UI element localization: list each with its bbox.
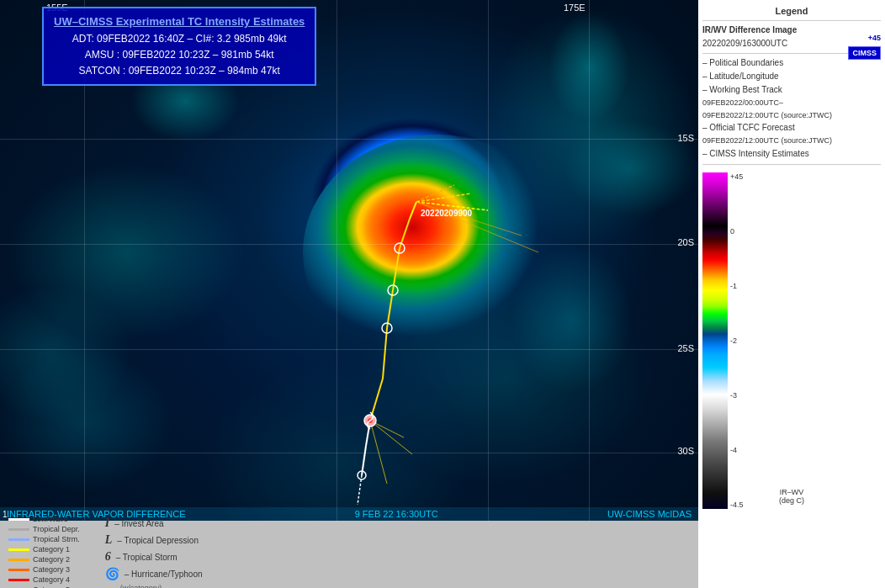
cimss-logo: CIMSS: [848, 46, 881, 60]
scale-neg3: -3: [730, 391, 744, 400]
panel-item-2: – Working Best Track: [702, 83, 881, 97]
grid-h-30s: [0, 453, 698, 453]
amsu-line: AMSU : 09FEB2022 10:23Z – 981mb 54kt: [54, 47, 305, 63]
cat1-line: [8, 548, 29, 551]
cat4-label: Category 4: [33, 575, 70, 584]
panel-item-6: 09FEB2022/12:00UTC (source:JTWC): [702, 135, 881, 147]
map-area: 15S 20S 25S 30S 155E 175E: [0, 0, 698, 588]
cat4-line: [8, 579, 29, 581]
status-center: 9 FEB 22 16:30UTC: [355, 509, 438, 519]
grid-v-170e: [488, 0, 489, 588]
lat-label-30s: 30S: [677, 446, 694, 456]
invest-label: – Invest Area: [114, 519, 163, 528]
scale-neg1: -1: [730, 282, 744, 290]
scale-unit: IR–WV(deg C): [702, 488, 881, 505]
hurricane-item: 🌀 – Hurricane/Typhoon: [105, 567, 203, 580]
tropical-depression-item: L – Tropical Depression: [105, 533, 203, 547]
cat1-label: Category 1: [33, 545, 70, 554]
track-cat1: Category 1: [8, 545, 80, 554]
lat-label-15s: 15S: [677, 133, 694, 143]
grid-v-165e: [337, 0, 337, 588]
cat3-label: Category 3: [33, 565, 70, 574]
panel-item-3: 09FEB2022/00:00UTC–: [702, 97, 881, 109]
cat2-label: Category 2: [33, 555, 70, 564]
track-cat4: Category 4: [8, 575, 80, 584]
lon-label-175e: 175E: [564, 3, 586, 13]
cat2-line: [8, 559, 29, 561]
storm-spiral: [303, 135, 572, 370]
td-symbol: L: [105, 533, 113, 547]
track-legend: Low/Wave Tropical Depr. Tropical Strm. C…: [8, 515, 80, 588]
invest-symbol: I: [105, 516, 109, 530]
tropical-strm-label: Tropical Strm.: [33, 535, 80, 543]
adt-line: ADT: 09FEB2022 16:40Z – CI#: 3.2 985mb 4…: [54, 31, 305, 47]
cat3-line: [8, 569, 29, 571]
legend-title: Legend: [702, 4, 881, 18]
info-title: UW–CIMSS Experimental TC Intensity Estim…: [54, 13, 305, 31]
track-low-wave: Low/Wave: [8, 515, 80, 523]
tropical-depr-line: [8, 528, 29, 531]
track-cat2: Category 2: [8, 555, 80, 564]
track-cat3: Category 3: [8, 565, 80, 574]
category-note: (w/category): [105, 584, 203, 588]
status-right: UW-CIMSS McIDAS: [607, 509, 692, 519]
lat-label-25s: 25S: [677, 343, 694, 353]
grid-h-15s: [0, 139, 698, 140]
hurricane-symbol: 🌀: [105, 567, 119, 580]
td-label: – Tropical Depression: [117, 536, 199, 545]
storm-id-label: 20220209900: [421, 209, 472, 218]
color-scale-container: +45 0 -1 -2 -3 -4 -4.5: [702, 172, 881, 509]
plus45-label: +45: [868, 34, 881, 42]
panel-item-5: – Official TCFC Forecast: [702, 121, 881, 135]
main-container: 15S 20S 25S 30S 155E 175E: [0, 0, 885, 588]
legend-bottom: Low/Wave Tropical Depr. Tropical Strm. C…: [0, 521, 698, 588]
ir-wv-title: IR/WV Difference Image: [702, 24, 881, 37]
grid-h-20s: [0, 244, 698, 245]
grid-h-25s: [0, 349, 698, 350]
invest-area-item: I – Invest Area: [105, 516, 203, 530]
scale-0: 0: [730, 227, 744, 236]
satcon-line: SATCON : 09FEB2022 10:23Z – 984mb 47kt: [54, 63, 305, 79]
scale-neg2: -2: [730, 336, 744, 345]
panel-item-7: – CIMSS Intensity Estimates: [702, 147, 881, 161]
panel-item-1: – Latitude/Longitude: [702, 70, 881, 83]
tropical-depr-label: Tropical Depr.: [33, 525, 80, 533]
ts-label: – Tropical Storm: [116, 553, 178, 562]
scale-top: +45: [730, 172, 744, 181]
low-wave-line: [8, 518, 29, 521]
lat-label-20s: 20S: [677, 237, 694, 247]
right-panel: Legend IR/WV Difference Image 20220209/1…: [698, 0, 885, 588]
ts-symbol: 6: [105, 550, 111, 564]
color-scale-bar: [702, 172, 728, 509]
info-box: UW–CIMSS Experimental TC Intensity Estim…: [42, 7, 316, 86]
category-note-text: (w/category): [120, 584, 162, 588]
grid-v-155e: [84, 0, 85, 588]
tropical-storm-item: 6 – Tropical Storm: [105, 550, 203, 564]
track-tropical-depr: Tropical Depr.: [8, 525, 80, 533]
symbol-legend: I – Invest Area L – Tropical Depression …: [105, 516, 203, 588]
track-tropical-strm: Tropical Strm.: [8, 535, 80, 543]
scale-labels: +45 0 -1 -2 -3 -4 -4.5: [728, 172, 746, 509]
scale-neg4: -4: [730, 446, 744, 454]
grid-v-175e: [589, 0, 590, 588]
tropical-strm-line: [8, 538, 29, 541]
hurricane-label: – Hurricane/Typhoon: [125, 569, 203, 579]
panel-item-4: 09FEB2022/12:00UTC (source:JTWC): [702, 109, 881, 122]
low-wave-label: Low/Wave: [33, 515, 68, 523]
